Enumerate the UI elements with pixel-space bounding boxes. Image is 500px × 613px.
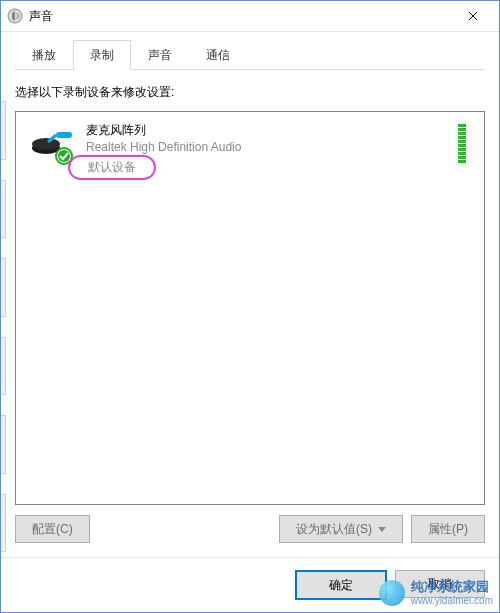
window-title: 声音: [29, 8, 453, 25]
device-name: 麦克风阵列: [86, 122, 472, 139]
tab-recording[interactable]: 录制: [73, 40, 131, 70]
watermark-icon: [379, 580, 405, 606]
device-status: 默认设备: [68, 155, 156, 180]
close-button[interactable]: [453, 2, 493, 30]
sound-dialog: 声音 播放 录制 声音 通信 选择以下录制设备来修改设置:: [0, 0, 500, 613]
button-row: 配置(C) 设为默认值(S) 属性(P): [15, 515, 485, 543]
chevron-down-icon: [378, 527, 386, 532]
properties-button[interactable]: 属性(P): [411, 515, 485, 543]
app-icon: [7, 8, 23, 24]
set-default-button[interactable]: 设为默认值(S): [279, 515, 403, 543]
tab-sounds[interactable]: 声音: [131, 40, 189, 70]
device-icon-wrap: [28, 122, 78, 162]
tab-playback[interactable]: 播放: [15, 40, 73, 70]
level-meter: [458, 124, 466, 163]
device-text: 麦克风阵列 Realtek High Definition Audio 默认设备: [86, 122, 472, 180]
watermark-sub: www.yidaimei.com: [411, 595, 493, 606]
configure-button[interactable]: 配置(C): [15, 515, 90, 543]
watermark: 纯净系统家园 www.yidaimei.com: [379, 580, 493, 606]
content-area: 播放 录制 声音 通信 选择以下录制设备来修改设置:: [1, 32, 499, 557]
instruction-text: 选择以下录制设备来修改设置:: [15, 84, 485, 101]
tab-communications[interactable]: 通信: [189, 40, 247, 70]
svg-rect-3: [56, 132, 72, 138]
svg-point-6: [58, 150, 70, 162]
device-subtitle: Realtek High Definition Audio: [86, 140, 472, 154]
tab-bar: 播放 录制 声音 通信: [15, 40, 485, 70]
device-list[interactable]: 麦克风阵列 Realtek High Definition Audio 默认设备: [15, 111, 485, 505]
titlebar: 声音: [1, 1, 499, 32]
ok-button[interactable]: 确定: [295, 570, 387, 600]
device-row[interactable]: 麦克风阵列 Realtek High Definition Audio 默认设备: [24, 118, 476, 184]
close-icon: [468, 11, 478, 21]
set-default-label: 设为默认值(S): [296, 521, 372, 538]
watermark-main: 纯净系统家园: [411, 580, 493, 594]
